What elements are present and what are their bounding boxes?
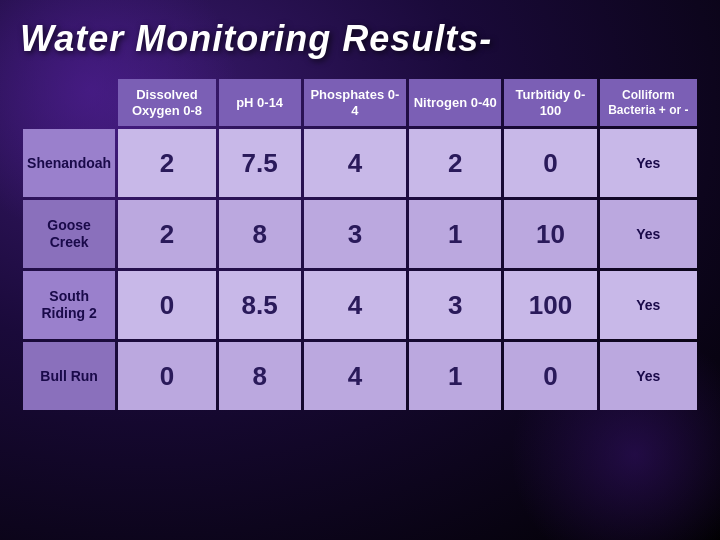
cell-location: Goose Creek [23, 200, 115, 268]
cell-location: Bull Run [23, 342, 115, 410]
cell-dissolved_oxygen: 0 [118, 271, 215, 339]
col-header-ph: pH 0-14 [219, 79, 301, 126]
cell-dissolved_oxygen: 0 [118, 342, 215, 410]
data-table: Dissolved Oxygen 0-8 pH 0-14 Phosphates … [20, 76, 700, 413]
cell-colliform: Yes [600, 342, 697, 410]
cell-phosphates: 4 [304, 342, 407, 410]
cell-colliform: Yes [600, 200, 697, 268]
cell-nitrogen: 2 [409, 129, 501, 197]
col-header-colliform: Colliform Bacteria + or - [600, 79, 697, 126]
cell-phosphates: 4 [304, 271, 407, 339]
cell-turbidity: 100 [504, 271, 596, 339]
page-title: Water Monitoring Results- [20, 18, 700, 60]
cell-ph: 8.5 [219, 271, 301, 339]
cell-location: South Riding 2 [23, 271, 115, 339]
col-header-turbidity: Turbitidy 0-100 [504, 79, 596, 126]
col-header-do: Dissolved Oxygen 0-8 [118, 79, 215, 126]
col-header-phosphates: Phosphates 0-4 [304, 79, 407, 126]
cell-ph: 7.5 [219, 129, 301, 197]
table-wrapper: Dissolved Oxygen 0-8 pH 0-14 Phosphates … [20, 76, 700, 413]
cell-turbidity: 10 [504, 200, 596, 268]
cell-ph: 8 [219, 342, 301, 410]
cell-turbidity: 0 [504, 129, 596, 197]
cell-turbidity: 0 [504, 342, 596, 410]
cell-location: Shenandoah [23, 129, 115, 197]
cell-dissolved_oxygen: 2 [118, 200, 215, 268]
cell-phosphates: 3 [304, 200, 407, 268]
cell-phosphates: 4 [304, 129, 407, 197]
cell-nitrogen: 1 [409, 342, 501, 410]
col-header-location [23, 79, 115, 126]
cell-colliform: Yes [600, 271, 697, 339]
cell-ph: 8 [219, 200, 301, 268]
cell-colliform: Yes [600, 129, 697, 197]
table-row: South Riding 208.543100Yes [23, 271, 697, 339]
table-row: Goose Creek283110Yes [23, 200, 697, 268]
cell-dissolved_oxygen: 2 [118, 129, 215, 197]
col-header-nitrogen: Nitrogen 0-40 [409, 79, 501, 126]
table-row: Shenandoah27.5420Yes [23, 129, 697, 197]
table-header-row: Dissolved Oxygen 0-8 pH 0-14 Phosphates … [23, 79, 697, 126]
page: Water Monitoring Results- Dissolved Oxyg… [0, 0, 720, 427]
cell-nitrogen: 3 [409, 271, 501, 339]
cell-nitrogen: 1 [409, 200, 501, 268]
table-row: Bull Run08410Yes [23, 342, 697, 410]
